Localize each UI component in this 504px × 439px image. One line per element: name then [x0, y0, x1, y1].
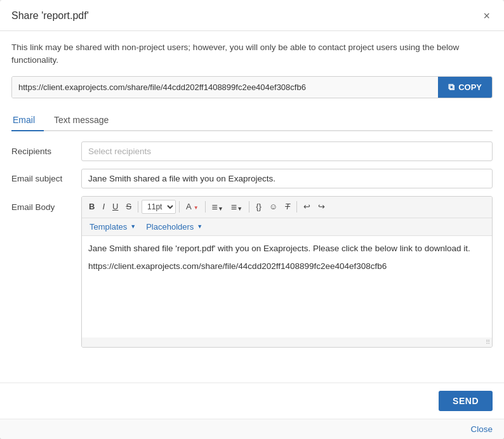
toolbar-divider-2 — [179, 201, 180, 213]
dialog-body: This link may be shared with non-project… — [0, 31, 504, 383]
email-subject-row: Email subject — [11, 169, 493, 188]
bold-button[interactable]: B — [86, 200, 98, 214]
tabs: Email Text message — [11, 110, 493, 131]
resize-icon: ⠿ — [486, 339, 490, 346]
editor-container: B I U S 11pt 8pt 10pt 12pt 14pt A — [81, 196, 493, 348]
undo-button[interactable]: ↩ — [300, 200, 314, 214]
dialog-header: Share 'report.pdf' × — [0, 0, 504, 31]
placeholders-chevron-icon: ▼ — [197, 223, 202, 230]
copy-label: COPY — [458, 82, 482, 92]
recipients-field — [81, 141, 493, 161]
dialog-title: Share 'report.pdf' — [11, 10, 89, 22]
code-button[interactable]: {} — [253, 200, 265, 214]
bottom-bar: Close — [0, 419, 504, 439]
recipients-input[interactable] — [81, 141, 493, 161]
clear-format-button[interactable]: T — [282, 200, 293, 214]
placeholders-button[interactable]: Placeholders ▼ — [143, 221, 205, 233]
strikethrough-button[interactable]: S — [123, 200, 135, 214]
share-link-row: ⧉ COPY — [11, 76, 493, 98]
ordered-list-button[interactable]: ≡▼ — [228, 199, 246, 215]
editor-line-1: Jane Smith shared file 'report.pdf' with… — [88, 242, 486, 255]
tab-text-message[interactable]: Text message — [53, 110, 117, 131]
info-text: This link may be shared with non-project… — [11, 41, 493, 67]
underline-button[interactable]: U — [109, 200, 121, 214]
tab-email[interactable]: Email — [11, 110, 44, 131]
footer-actions: SEND — [0, 383, 504, 419]
editor-subbar: Templates ▼ Placeholders ▼ — [82, 218, 492, 236]
italic-button[interactable]: I — [99, 200, 108, 214]
placeholders-label: Placeholders — [146, 222, 194, 232]
email-subject-field — [81, 169, 493, 188]
toolbar-divider-5 — [296, 201, 297, 213]
toolbar-divider-3 — [205, 201, 206, 213]
bottom-close-button[interactable]: Close — [470, 424, 493, 434]
toolbar-divider-1 — [138, 201, 138, 213]
editor-toolbar: B I U S 11pt 8pt 10pt 12pt 14pt A — [82, 197, 492, 218]
unordered-list-button[interactable]: ≡▼ — [209, 199, 227, 215]
close-button[interactable]: × — [481, 9, 493, 23]
email-body-label: Email Body — [11, 196, 81, 212]
font-color-button[interactable]: A ▼ — [183, 200, 202, 214]
font-size-select[interactable]: 11pt 8pt 10pt 12pt 14pt — [142, 200, 176, 214]
redo-button[interactable]: ↪ — [315, 200, 328, 214]
copy-icon: ⧉ — [448, 82, 454, 93]
templates-label: Templates — [90, 222, 127, 232]
editor-line-2: https://client.exaprojects.com/share/fil… — [88, 260, 486, 273]
email-subject-input[interactable] — [81, 169, 493, 188]
recipients-row: Recipients — [11, 141, 493, 161]
templates-chevron-icon: ▼ — [130, 223, 136, 230]
copy-button[interactable]: ⧉ COPY — [438, 77, 492, 98]
toolbar-divider-4 — [249, 201, 249, 213]
email-body-row: Email Body B I U S 11pt 8pt 10pt 12pt 14… — [11, 196, 493, 348]
editor-content[interactable]: Jane Smith shared file 'report.pdf' with… — [82, 236, 492, 337]
templates-button[interactable]: Templates ▼ — [87, 221, 138, 233]
share-link-input[interactable] — [12, 77, 438, 98]
resize-handle[interactable]: ⠿ — [82, 337, 492, 347]
share-dialog: Share 'report.pdf' × This link may be sh… — [0, 0, 504, 439]
emoji-button[interactable]: ☺ — [266, 200, 281, 214]
recipients-label: Recipients — [11, 147, 81, 156]
send-button[interactable]: SEND — [439, 391, 493, 411]
email-subject-label: Email subject — [11, 174, 81, 183]
